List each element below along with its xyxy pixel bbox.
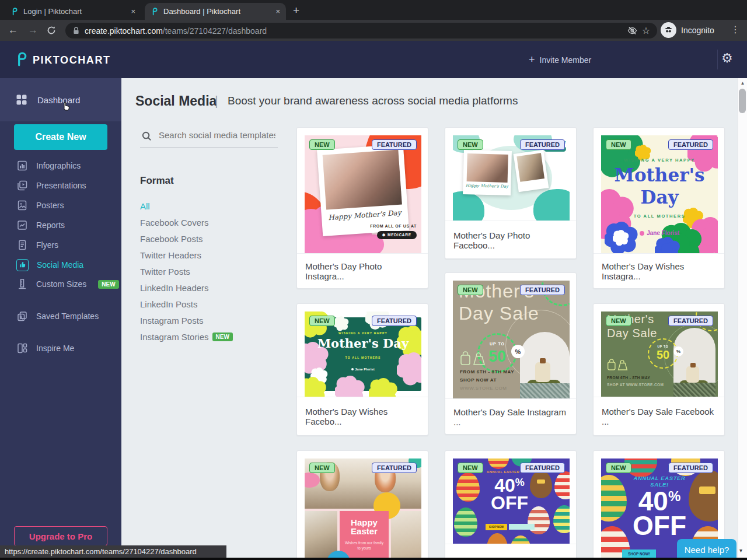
- art-text: FROM ALL OF US AT: [370, 224, 417, 228]
- art-text: TO ALL MOTHERS: [305, 356, 421, 359]
- template-title: Mother's Day Sale Instagram ...: [453, 407, 568, 427]
- new-badge: NEW: [98, 280, 118, 289]
- sidebar-item-flyers[interactable]: Flyers: [0, 236, 121, 254]
- decoration: %: [515, 477, 525, 488]
- back-icon[interactable]: ←: [8, 25, 18, 35]
- featured-badge: FEATURED: [372, 139, 417, 150]
- decoration: [461, 355, 470, 365]
- art-text: OFF: [624, 512, 694, 539]
- decoration: [18, 344, 22, 353]
- format-option-instagram-stories[interactable]: Instagram Stories NEW: [140, 332, 233, 342]
- template-title-area: Mother's Day Photo Instagra...: [297, 253, 428, 289]
- format-option-linkedin-posts[interactable]: LinkedIn Posts: [140, 299, 197, 309]
- template-card[interactable]: Happy Easter Wishes from our family to y…: [296, 450, 428, 560]
- sidebar-item-inspire-me[interactable]: Inspire Me: [0, 340, 121, 357]
- eye-off-icon[interactable]: [627, 26, 637, 35]
- template-title-area: Mother's Day Wishes Facebo...: [297, 397, 428, 436]
- status-url-text: https://create.piktochart.com/teams/2710…: [5, 547, 197, 556]
- template-card[interactable]: ANNUAL EASTER SALE! 40% OFF SHOP NOW NEW…: [445, 450, 577, 560]
- format-option-facebook-covers[interactable]: Facebook Covers: [140, 218, 209, 228]
- format-option-twitter-posts[interactable]: Twitter Posts: [140, 267, 190, 276]
- template-card[interactable]: Happy Mother's Day FROM ALL OF US AT MED…: [445, 127, 577, 259]
- template-thumbnail: Happy Easter Wishes from our family to y…: [305, 459, 421, 560]
- template-title: Mother's Day Photo Instagra...: [305, 261, 420, 281]
- sidebar-item-reports[interactable]: Reports: [0, 216, 121, 234]
- scrollbar-track[interactable]: ▲: [738, 78, 747, 560]
- reload-icon[interactable]: [47, 26, 56, 35]
- page-title: Social Media: [135, 93, 217, 109]
- art-text: FROM 6TH - 8TH MAY: [607, 376, 650, 380]
- art-text: 50: [649, 348, 677, 362]
- upgrade-label: Upgrade to Pro: [29, 531, 92, 541]
- search-input[interactable]: [158, 130, 277, 141]
- sidebar-item-posters[interactable]: Posters: [0, 197, 121, 214]
- sidebar-item-custom-sizes[interactable]: Custom Sizes NEW: [0, 275, 121, 293]
- create-new-button[interactable]: Create New: [14, 124, 107, 150]
- tab-close-icon[interactable]: ×: [131, 7, 135, 16]
- search-icon: [141, 131, 152, 142]
- template-title-area: Mother's Day Sale Facebook ...: [594, 397, 724, 436]
- featured-badge: FEATURED: [520, 285, 565, 295]
- template-card[interactable]: WISHING A VERY HAPPY Mother's Day TO ALL…: [296, 303, 428, 436]
- format-option-linkedin-headers[interactable]: LinkedIn Headers: [140, 283, 209, 293]
- easter-egg: [553, 505, 570, 533]
- sidebar-item-label: Social Media: [37, 260, 83, 270]
- flower-shape: [334, 316, 349, 331]
- sidebar-item-infographics[interactable]: Infographics: [0, 157, 121, 174]
- art-texture: [673, 383, 715, 397]
- incognito-label: Incognito: [681, 26, 714, 35]
- decoration: [20, 203, 22, 205]
- art-percent-circle: %: [673, 346, 683, 356]
- decoration: [669, 30, 671, 33]
- sidebar-item-social-media[interactable]: Social Media: [0, 256, 121, 274]
- url-bar[interactable]: create.piktochart.com/teams/27104227/das…: [65, 23, 657, 38]
- new-tab-button[interactable]: +: [293, 5, 299, 16]
- decoration: [474, 356, 484, 365]
- template-thumbnail: Happy Mother's Day FROM ALL OF US AT MED…: [453, 135, 570, 220]
- template-thumbnail: Happy Mother's Day FROM ALL OF US AT ✱ M…: [305, 135, 421, 253]
- sidebar-item-label: Inspire Me: [36, 344, 74, 353]
- template-card[interactable]: Happy Mother's Day FROM ALL OF US AT ✱ M…: [296, 127, 428, 289]
- bookmark-star-icon[interactable]: ☆: [642, 25, 650, 36]
- decoration: [666, 30, 668, 33]
- format-option-instagram-posts[interactable]: Instagram Posts: [140, 316, 203, 326]
- new-badge: NEW: [606, 316, 631, 326]
- decoration: [619, 363, 627, 370]
- sidebar-item-saved-templates[interactable]: Saved Templates: [0, 307, 121, 325]
- scrollbar-down-icon[interactable]: ▾: [739, 547, 742, 554]
- tab-dashboard-active[interactable]: Dashboard | Piktochart ×: [145, 3, 286, 20]
- url-host: create.piktochart.com: [85, 26, 163, 36]
- art-percent-circle: %: [511, 345, 525, 358]
- format-option-twitter-headers[interactable]: Twitter Headers: [140, 250, 201, 260]
- need-help-button[interactable]: Need help?: [677, 539, 736, 560]
- gear-icon[interactable]: ⚙: [721, 51, 733, 66]
- tab-close-icon[interactable]: ×: [275, 7, 280, 16]
- format-option-all[interactable]: All: [140, 201, 150, 211]
- sidebar-item-dashboard[interactable]: Dashboard: [0, 78, 121, 121]
- url-text: create.piktochart.com/teams/27104227/das…: [85, 26, 267, 36]
- format-option-facebook-posts[interactable]: Facebook Posts: [140, 234, 203, 244]
- format-option-label: Instagram Stories: [140, 332, 209, 342]
- template-title: Mother's Day Photo Faceboo...: [453, 230, 568, 250]
- decoration: [74, 30, 78, 34]
- template-thumbnail: ANNUAL EASTER SALE! 40% OFF SHOP NOW NEW…: [453, 459, 570, 544]
- upgrade-to-pro-button[interactable]: Upgrade to Pro: [14, 526, 107, 546]
- decoration: [24, 349, 27, 352]
- template-card[interactable]: Mother's Day Sale UP TO 50 % FROM 6TH - …: [593, 303, 725, 436]
- sidebar-item-presentations[interactable]: Presentations: [0, 177, 121, 194]
- search-box[interactable]: [140, 127, 278, 148]
- app-header: PIKTOCHART + Invite Member Sara Marketin…: [0, 41, 747, 78]
- tab-login[interactable]: Login | Piktochart ×: [5, 3, 141, 20]
- template-card[interactable]: Mother's Day Sale UP TO 50 % FROM 6TH - …: [445, 272, 577, 435]
- art-panel: Happy Easter Wishes from our family to y…: [340, 511, 389, 560]
- custom-sizes-icon: [16, 278, 28, 290]
- browser-menu-icon[interactable]: ⋮: [731, 25, 740, 34]
- decoration: [369, 378, 397, 397]
- template-card[interactable]: WISHING A VERY HAPPY Mother's Day TO ALL…: [593, 127, 725, 289]
- scrollbar-up-icon[interactable]: ▲: [738, 80, 747, 86]
- scrollbar-thumb[interactable]: [739, 89, 746, 113]
- invite-member-button[interactable]: + Invite Member: [529, 54, 591, 66]
- art-text: OFF: [483, 494, 536, 512]
- featured-badge: FEATURED: [520, 139, 565, 150]
- forward-icon[interactable]: →: [28, 25, 38, 35]
